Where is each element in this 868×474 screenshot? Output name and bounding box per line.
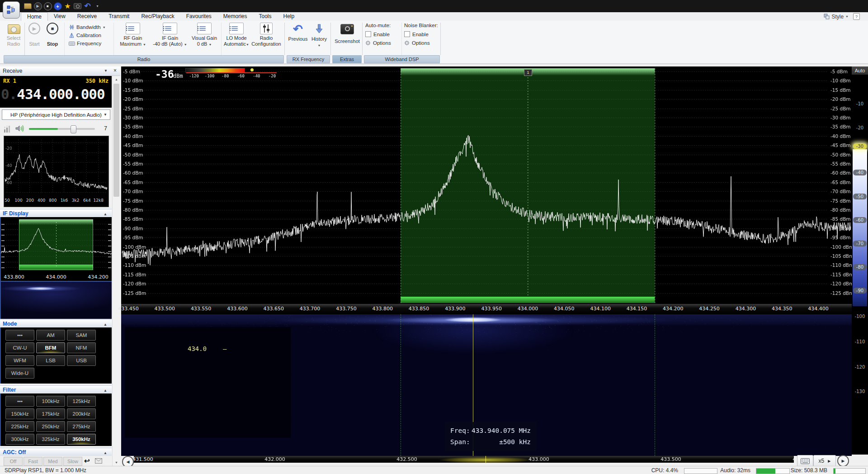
tab-rec-playback[interactable]: Rec/Playback	[135, 12, 180, 21]
envelope-icon[interactable]	[95, 458, 102, 464]
agc-button-fast[interactable]: Fast	[24, 457, 42, 466]
volume-slider-thumb[interactable]	[71, 125, 76, 133]
rf-gain-button[interactable]: RF GainMaximum ▼	[115, 23, 151, 47]
collapse-icon[interactable]: ▲	[104, 449, 107, 457]
start-button[interactable]: ▶ Start	[26, 23, 42, 47]
mode-button-cw-u[interactable]: CW-U	[5, 342, 34, 353]
automute-enable-checkbox[interactable]: Enable	[365, 31, 401, 37]
stop-icon[interactable]: ■	[43, 2, 52, 10]
palette-range-handle[interactable]: -30	[853, 143, 867, 149]
undo-icon[interactable]: ↶	[83, 2, 92, 10]
spectrum-display[interactable]: 1 -36 dBm -120-100-80-60-40-20 -5 dBm-10…	[121, 66, 852, 304]
mode-button-sam[interactable]: SAM	[67, 330, 96, 341]
agc-button-off[interactable]: Off	[4, 457, 23, 466]
tab-view[interactable]: View	[48, 12, 71, 21]
audio-meter-icon[interactable]	[4, 125, 12, 133]
mode-button-am[interactable]: AM	[36, 330, 65, 341]
if-gain-button[interactable]: IF Gain-40 dB (Auto) ▼	[151, 23, 189, 47]
bandwidth-button[interactable]: Bandwidth▼	[69, 24, 106, 31]
lo-mode-button[interactable]: LO ModeAutomatic▼	[223, 23, 250, 47]
mode-button-usb[interactable]: USB	[67, 355, 96, 366]
application-menu-button[interactable]	[3, 1, 20, 19]
filter-button-350khz[interactable]: 350kHz	[67, 434, 96, 445]
checkbox-icon[interactable]	[404, 31, 410, 37]
frequency-digits[interactable]: 434.000.000	[17, 86, 104, 102]
panel-close-icon[interactable]: ×	[113, 67, 117, 74]
filter-button-150khz[interactable]: 150kHz	[5, 408, 34, 419]
radio-configuration-button[interactable]: RadioConfiguration	[251, 23, 281, 47]
camera-icon[interactable]	[73, 2, 82, 10]
spectrum-frequency-axis[interactable]: 433.450433.500433.550433.600433.650433.7…	[121, 304, 852, 314]
noise-blanker-enable-checkbox[interactable]: Enable	[404, 31, 439, 37]
mode-section-header[interactable]: Mode▲	[0, 319, 112, 327]
open-icon[interactable]	[24, 2, 32, 10]
agc-button-slow[interactable]: Slow	[63, 457, 82, 466]
select-radio-button[interactable]: SelectRadio	[4, 23, 24, 47]
filter-button-325khz[interactable]: 325kHz	[36, 434, 65, 445]
tab-receive[interactable]: Receive	[71, 12, 103, 21]
palette-threshold-line[interactable]	[186, 72, 277, 73]
waterfall-palette-strip[interactable]: Auto -10-20-30-40-50-60-70-80-90-100-110…	[852, 66, 868, 455]
favourites-icon[interactable]: ★	[63, 2, 72, 10]
mode-button--[interactable]: •••	[5, 330, 34, 341]
scrollbar-thumb[interactable]	[113, 84, 119, 197]
qat-more-icon[interactable]: ▾	[93, 2, 102, 10]
scroll-down-icon[interactable]: ▼	[113, 459, 120, 466]
filter-button-275khz[interactable]: 275kHz	[67, 421, 96, 432]
add-icon[interactable]: +	[53, 2, 62, 10]
if-display[interactable]	[0, 217, 112, 273]
filter-button-175khz[interactable]: 175kHz	[36, 408, 65, 419]
mode-button-wfm[interactable]: WFM	[5, 355, 34, 366]
mode-button-lsb[interactable]: LSB	[36, 355, 65, 366]
mode-button-bfm[interactable]: BFM	[36, 342, 65, 353]
panel-scrollbar[interactable]: ▲ ▼	[112, 76, 120, 466]
scroll-up-icon[interactable]: ▲	[113, 76, 120, 83]
filter-button-100khz[interactable]: 100kHz	[36, 396, 65, 407]
stop-button[interactable]: ■ Stop	[44, 23, 61, 47]
visual-gain-button[interactable]: Visual Gain0 dB ▼	[189, 23, 219, 47]
mode-button-nfm[interactable]: NFM	[67, 342, 96, 353]
filter-section-header[interactable]: Filter▲	[0, 385, 112, 393]
noise-blanker-options-button[interactable]: Options	[404, 40, 439, 46]
automute-options-button[interactable]: Options	[365, 40, 401, 46]
screenshot-button[interactable]: Screenshot	[333, 23, 361, 44]
audio-spectrum-display[interactable]: -20-40-60 501002004008001k63k26k412k8	[4, 136, 109, 207]
start-icon[interactable]: ▶	[33, 2, 42, 10]
audio-device-select[interactable]: HP (Périphérique High Definition Audio) …	[2, 109, 110, 120]
filter-button-125khz[interactable]: 125kHz	[67, 396, 96, 407]
help-icon[interactable]: ?	[853, 13, 860, 20]
tab-tools[interactable]: Tools	[253, 12, 278, 21]
mode-button-wide-u[interactable]: Wide-U	[5, 368, 34, 379]
filter-button-250khz[interactable]: 250kHz	[36, 421, 65, 432]
filter-button--[interactable]: •••	[5, 396, 34, 407]
history-button[interactable]: History▼	[309, 23, 329, 48]
calibration-button[interactable]: Calibration	[69, 32, 101, 39]
if-display-section-header[interactable]: IF Display▲	[0, 209, 112, 217]
panel-menu-icon[interactable]: ▼	[104, 69, 108, 73]
previous-frequency-button[interactable]: ↶ Previous	[288, 23, 308, 42]
frequency-button[interactable]: Frequency	[69, 40, 101, 47]
waterfall-frequency-axis[interactable]: 431.500432.000432.500433.000433.500434.0…	[134, 456, 794, 463]
filter-button-300khz[interactable]: 300kHz	[5, 434, 34, 445]
marker-tag[interactable]: 1	[524, 69, 532, 76]
zoom-factor-button[interactable]: x5▶	[813, 455, 836, 467]
waterfall-display[interactable]: 434.0 – Freq:433.940.075 MHz Span:±500 k…	[121, 314, 852, 456]
auto-range-button[interactable]: Auto	[852, 66, 868, 75]
tab-memories[interactable]: Memories	[217, 12, 253, 21]
keyboard-entry-button[interactable]	[797, 455, 813, 467]
undo-arrow-icon[interactable]: ↩	[84, 457, 90, 465]
agc-section-header[interactable]: AGC: Off▲	[0, 448, 112, 456]
tab-help[interactable]: Help	[278, 12, 301, 21]
panel-waterfall[interactable]	[0, 282, 112, 319]
filter-button-200khz[interactable]: 200kHz	[67, 408, 96, 419]
tab-transmit[interactable]: Transmit	[103, 12, 135, 21]
checkbox-icon[interactable]	[365, 31, 371, 37]
agc-button-med[interactable]: Med	[43, 457, 62, 466]
style-selector[interactable]: Style ▼ ?	[824, 13, 860, 20]
tab-favourites[interactable]: Favourites	[180, 12, 217, 21]
speaker-icon[interactable]	[15, 124, 24, 133]
volume-slider-track[interactable]	[29, 128, 95, 130]
tab-home[interactable]: Home	[21, 12, 48, 21]
frequency-display[interactable]: RX 1 350 kHz 0.434.000.000	[0, 76, 112, 108]
scroll-right-button[interactable]: ▶	[837, 455, 849, 467]
